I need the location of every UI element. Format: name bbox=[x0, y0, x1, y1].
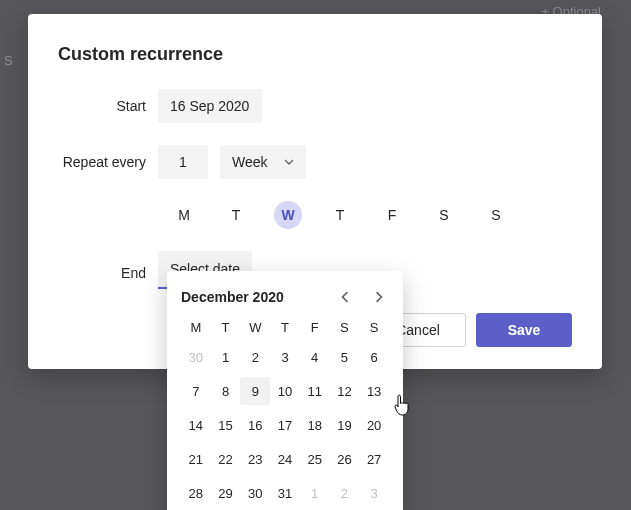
calendar-day-cell[interactable]: 12 bbox=[330, 377, 360, 405]
calendar-dow-cell: M bbox=[181, 315, 211, 339]
calendar-day-cell[interactable]: 11 bbox=[300, 377, 330, 405]
calendar-day-cell[interactable]: 13 bbox=[359, 377, 389, 405]
calendar-dow-cell: S bbox=[330, 315, 360, 339]
calendar-day-cell[interactable]: 8 bbox=[211, 377, 241, 405]
calendar-day-cell[interactable]: 15 bbox=[211, 411, 241, 439]
calendar-day-cell[interactable]: 24 bbox=[270, 445, 300, 473]
chevron-down-icon bbox=[284, 157, 294, 167]
weekday-toggle[interactable]: T bbox=[222, 201, 250, 229]
calendar-day-cell[interactable]: 6 bbox=[359, 343, 389, 371]
calendar-day-cell[interactable]: 17 bbox=[270, 411, 300, 439]
calendar-day-cell[interactable]: 3 bbox=[270, 343, 300, 371]
weekday-toggle[interactable]: T bbox=[326, 201, 354, 229]
calendar-nav bbox=[335, 287, 389, 307]
calendar-day-cell[interactable]: 29 bbox=[211, 479, 241, 507]
calendar-day-cell[interactable]: 14 bbox=[181, 411, 211, 439]
start-row: Start 16 Sep 2020 bbox=[58, 89, 572, 123]
weekday-toggle[interactable]: S bbox=[482, 201, 510, 229]
calendar-day-cell[interactable]: 4 bbox=[300, 343, 330, 371]
repeat-label: Repeat every bbox=[58, 154, 158, 170]
calendar-day-cell[interactable]: 5 bbox=[330, 343, 360, 371]
calendar-day-cell[interactable]: 30 bbox=[240, 479, 270, 507]
calendar-day-cell[interactable]: 27 bbox=[359, 445, 389, 473]
calendar-day-cell[interactable]: 19 bbox=[330, 411, 360, 439]
calendar-day-cell[interactable]: 16 bbox=[240, 411, 270, 439]
next-month-button[interactable] bbox=[369, 287, 389, 307]
calendar-day-cell[interactable]: 3 bbox=[359, 479, 389, 507]
bg-left-fragment: S bbox=[0, 53, 13, 68]
calendar-day-cell[interactable]: 22 bbox=[211, 445, 241, 473]
calendar-day-cell[interactable]: 26 bbox=[330, 445, 360, 473]
repeat-unit-value: Week bbox=[232, 154, 268, 170]
calendar-dow-cell: F bbox=[300, 315, 330, 339]
calendar-day-cell[interactable]: 18 bbox=[300, 411, 330, 439]
calendar-day-cell[interactable]: 28 bbox=[181, 479, 211, 507]
calendar-dow-cell: T bbox=[270, 315, 300, 339]
calendar-day-cell[interactable]: 25 bbox=[300, 445, 330, 473]
calendar-dow-cell: W bbox=[240, 315, 270, 339]
calendar-header: December 2020 bbox=[181, 279, 389, 315]
start-date-field[interactable]: 16 Sep 2020 bbox=[158, 89, 262, 123]
end-label: End bbox=[58, 265, 158, 289]
calendar-dow-cell: S bbox=[359, 315, 389, 339]
repeat-row: Repeat every 1 Week bbox=[58, 145, 572, 179]
repeat-unit-select[interactable]: Week bbox=[220, 145, 306, 179]
calendar-day-cell[interactable]: 2 bbox=[240, 343, 270, 371]
calendar-day-cell[interactable]: 1 bbox=[300, 479, 330, 507]
calendar-day-cell[interactable]: 30 bbox=[181, 343, 211, 371]
weekday-picker: MTWTFSS bbox=[58, 201, 572, 229]
weekday-toggle[interactable]: M bbox=[170, 201, 198, 229]
calendar-day-cell[interactable]: 31 bbox=[270, 479, 300, 507]
calendar-dow-cell: T bbox=[211, 315, 241, 339]
calendar-day-cell[interactable]: 20 bbox=[359, 411, 389, 439]
calendar-day-cell[interactable]: 7 bbox=[181, 377, 211, 405]
weekday-toggle[interactable]: S bbox=[430, 201, 458, 229]
start-label: Start bbox=[58, 98, 158, 114]
calendar-day-cell[interactable]: 21 bbox=[181, 445, 211, 473]
calendar-day-cell[interactable]: 9 bbox=[240, 377, 270, 405]
calendar-month-title: December 2020 bbox=[181, 289, 284, 305]
calendar-day-cell[interactable]: 2 bbox=[330, 479, 360, 507]
calendar-day-cell[interactable]: 1 bbox=[211, 343, 241, 371]
prev-month-button[interactable] bbox=[335, 287, 355, 307]
save-button[interactable]: Save bbox=[476, 313, 572, 347]
calendar-day-grid: 3012345678910111213141516171819202122232… bbox=[181, 343, 389, 507]
dialog-title: Custom recurrence bbox=[58, 44, 572, 65]
calendar-dow-row: MTWTFSS bbox=[181, 315, 389, 339]
calendar-day-cell[interactable]: 10 bbox=[270, 377, 300, 405]
date-picker-popover: December 2020 MTWTFSS 301234567891011121… bbox=[167, 271, 403, 510]
calendar-day-cell[interactable]: 23 bbox=[240, 445, 270, 473]
weekday-toggle[interactable]: F bbox=[378, 201, 406, 229]
weekday-toggle[interactable]: W bbox=[274, 201, 302, 229]
repeat-count-field[interactable]: 1 bbox=[158, 145, 208, 179]
